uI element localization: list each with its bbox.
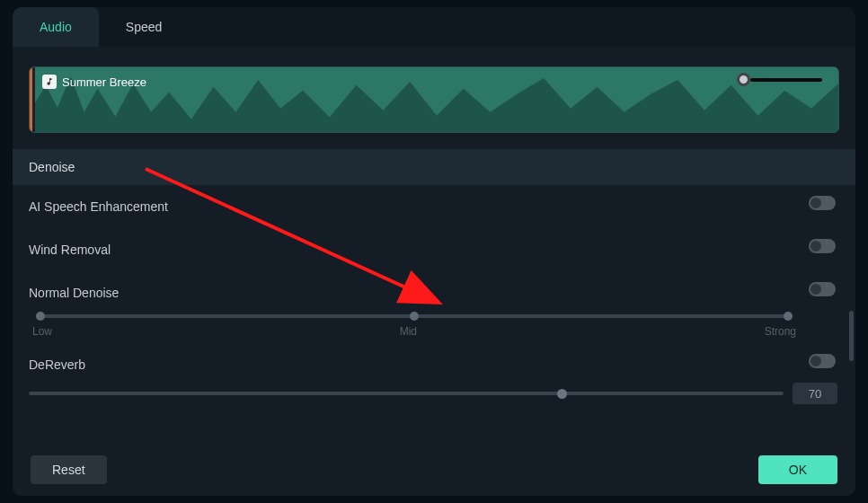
tab-bar: Audio Speed xyxy=(13,7,855,47)
svg-marker-0 xyxy=(35,76,838,133)
reset-button[interactable]: Reset xyxy=(31,455,107,484)
slider-knob-icon[interactable] xyxy=(557,389,567,399)
ai-speech-enhancement-label: AI Speech Enhancement xyxy=(29,196,800,217)
tab-audio[interactable]: Audio xyxy=(13,7,99,47)
slider-rail xyxy=(29,392,784,395)
normal-denoise-label: Normal Denoise xyxy=(29,282,800,304)
normal-denoise-toggle[interactable] xyxy=(809,282,836,296)
slider-stop-strong xyxy=(784,312,793,321)
dereverb-slider[interactable] xyxy=(29,386,784,401)
slider-knob-icon xyxy=(737,73,750,86)
audio-settings-panel: Audio Speed Summer Breeze Denoise AI Spe… xyxy=(13,7,855,496)
denoise-section-list: Denoise AI Speech Enhancement Wind Remov… xyxy=(13,149,855,428)
wind-removal-toggle[interactable] xyxy=(809,239,836,253)
normal-denoise-slider[interactable] xyxy=(29,309,800,323)
dereverb-slider-row: 70 xyxy=(13,379,855,404)
slider-stop-mid xyxy=(410,312,419,321)
dereverb-row: DeReverb xyxy=(13,343,855,379)
track-name-label: Summer Breeze xyxy=(62,75,146,89)
track-start-marker xyxy=(30,67,32,132)
slider-rail xyxy=(750,78,822,82)
wind-removal-label: Wind Removal xyxy=(29,239,800,260)
wind-removal-row: Wind Removal xyxy=(13,228,855,271)
audio-track-preview[interactable]: Summer Breeze xyxy=(29,66,839,133)
ok-button[interactable]: OK xyxy=(758,455,837,484)
scrollbar-thumb[interactable] xyxy=(849,311,854,361)
normal-denoise-row: Normal Denoise Low Mid Strong xyxy=(13,271,855,343)
dereverb-toggle[interactable] xyxy=(809,354,836,368)
normal-denoise-slider-labels: Low Mid Strong xyxy=(29,325,800,338)
dereverb-label: DeReverb xyxy=(29,354,800,375)
ai-speech-enhancement-toggle[interactable] xyxy=(809,196,836,210)
dereverb-value[interactable]: 70 xyxy=(793,383,837,404)
ai-speech-enhancement-row: AI Speech Enhancement xyxy=(13,185,855,228)
slider-label-strong: Strong xyxy=(765,325,796,338)
footer-bar: Reset OK xyxy=(13,444,855,496)
tab-speed[interactable]: Speed xyxy=(99,7,189,47)
track-title: Summer Breeze xyxy=(42,75,146,89)
slider-label-mid: Mid xyxy=(400,325,417,338)
slider-stop-low xyxy=(36,312,45,321)
denoise-header: Denoise xyxy=(13,149,855,185)
waveform-icon xyxy=(35,67,838,133)
slider-label-low: Low xyxy=(32,325,52,338)
track-volume-slider[interactable] xyxy=(737,73,822,86)
music-note-icon xyxy=(42,75,57,89)
